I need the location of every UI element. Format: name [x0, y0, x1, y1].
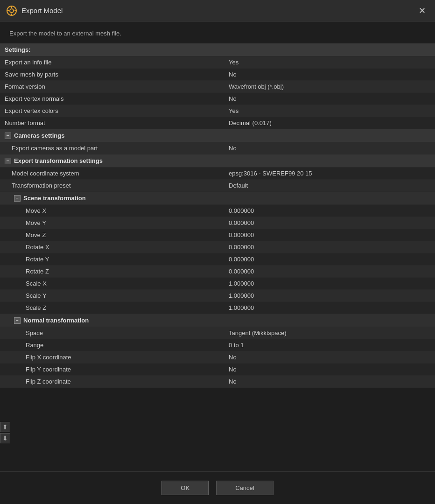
collapse-btn[interactable]: −: [5, 158, 11, 164]
app-icon: [7, 6, 17, 16]
content-area: Settings:Export an info fileYesSave mesh…: [0, 43, 435, 471]
table-row[interactable]: Scale X1.000000: [0, 278, 435, 290]
title-bar: Export Model ✕: [0, 0, 435, 21]
collapse-btn[interactable]: −: [5, 133, 11, 139]
subtitle-text: Export the model to an external mesh fil…: [0, 21, 435, 43]
settings-table-wrapper[interactable]: Settings:Export an info fileYesSave mesh…: [0, 43, 435, 471]
table-row[interactable]: Save mesh by partsNo: [0, 69, 435, 81]
table-row[interactable]: Scale Y1.000000: [0, 290, 435, 302]
subsection-header-normal-transformation: −Normal transformation: [0, 314, 435, 327]
table-row[interactable]: Rotate X0.000000: [0, 241, 435, 253]
table-row[interactable]: Number formatDecimal (0.017): [0, 117, 435, 129]
cancel-button[interactable]: Cancel: [216, 481, 273, 495]
table-row[interactable]: Export cameras as a model partNo: [0, 142, 435, 154]
table-row[interactable]: Move X0.000000: [0, 205, 435, 217]
table-row[interactable]: Move Z0.000000: [0, 229, 435, 241]
table-row[interactable]: Export vertex colorsYes: [0, 105, 435, 117]
subsection-header-scene-transformation: −Scene transformation: [0, 192, 435, 205]
table-row[interactable]: Export vertex normalsNo: [0, 93, 435, 105]
ok-button[interactable]: OK: [161, 481, 209, 495]
collapse-btn[interactable]: −: [14, 317, 21, 324]
table-row[interactable]: Rotate Y0.000000: [0, 253, 435, 266]
side-icon-down[interactable]: ⬇: [0, 433, 10, 443]
side-icon-group: ⬆ ⬇: [0, 422, 10, 443]
table-row[interactable]: Flip X coordinateNo: [0, 351, 435, 364]
table-row[interactable]: Flip Z coordinateNo: [0, 376, 435, 388]
window-title: Export Model: [21, 7, 63, 14]
table-row[interactable]: Model coordinate systemepsg:3016 - SWERE…: [0, 168, 435, 180]
table-row[interactable]: SpaceTangent (Mikktspace): [0, 327, 435, 339]
table-row[interactable]: Rotate Z0.000000: [0, 266, 435, 278]
table-row[interactable]: Flip Y coordinateNo: [0, 364, 435, 376]
title-bar-left: Export Model: [7, 6, 63, 16]
table-row[interactable]: Scale Z1.000000: [0, 302, 435, 314]
table-row[interactable]: Export an info fileYes: [0, 56, 435, 69]
section-header-cameras-settings: −Cameras settings: [0, 129, 435, 142]
close-button[interactable]: ✕: [416, 6, 428, 16]
bottom-bar: OK Cancel: [0, 471, 435, 504]
side-icon-up[interactable]: ⬆: [0, 422, 10, 432]
table-row[interactable]: Move Y0.000000: [0, 217, 435, 229]
table-row[interactable]: Format versionWavefront obj (*.obj): [0, 81, 435, 93]
settings-table: Settings:Export an info fileYesSave mesh…: [0, 43, 435, 388]
table-row[interactable]: Transformation presetDefault: [0, 180, 435, 192]
table-row[interactable]: Range0 to 1: [0, 339, 435, 351]
collapse-btn[interactable]: −: [14, 195, 21, 202]
settings-header: Settings:: [0, 43, 435, 56]
section-header-export-transformation-settings: −Export transformation settings: [0, 154, 435, 168]
svg-point-1: [10, 9, 14, 13]
